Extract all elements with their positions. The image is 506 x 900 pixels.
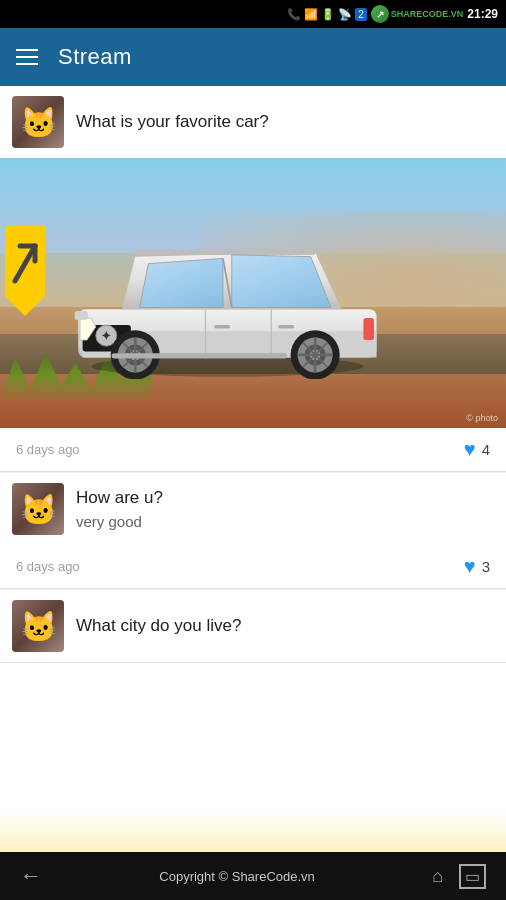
post-image: ✦ [0, 158, 506, 428]
avatar [12, 96, 64, 148]
menu-button[interactable] [16, 49, 38, 65]
bottom-nav: ← Copyright © ShareCode.vn ⌂ ▭ [0, 852, 506, 900]
content-area: What is your favorite car? [0, 86, 506, 852]
status-time: 21:29 [467, 7, 498, 21]
copyright-text: Copyright © ShareCode.vn [159, 869, 315, 884]
heart-icon: ♥ [464, 555, 476, 578]
post-header: How are u? very good [0, 473, 506, 545]
svg-rect-7 [136, 250, 316, 255]
post-time: 6 days ago [16, 559, 80, 574]
car-scene: ✦ [0, 158, 506, 428]
wifi-icon: 📶 [304, 8, 318, 21]
post-content: very good [76, 509, 163, 531]
sharecode-text: SHARECODE.VN [391, 9, 464, 19]
home-button[interactable]: ⌂ [432, 866, 443, 887]
post-header: What city do you live? [0, 590, 506, 662]
car-image: ✦ [25, 204, 430, 380]
svg-rect-17 [364, 318, 375, 340]
post-title: What city do you live? [76, 615, 241, 637]
app-header: Stream [0, 28, 506, 86]
sc-circle: ↗ [371, 5, 389, 23]
post-title: How are u? [76, 488, 163, 507]
post-footer: 6 days ago ♥ 3 [0, 545, 506, 588]
avatar [12, 600, 64, 652]
post-time: 6 days ago [16, 442, 80, 457]
status-icons: 📞 📶 🔋 📡 2 [287, 8, 367, 21]
signal-icon: 📡 [338, 8, 352, 21]
post-header-text: How are u? very good [76, 487, 163, 531]
arrow-sign [0, 226, 50, 316]
post-card: How are u? very good 6 days ago ♥ 3 [0, 472, 506, 589]
like-count: 4 [482, 441, 490, 458]
svg-rect-16 [279, 325, 295, 329]
back-button[interactable]: ← [20, 863, 42, 889]
svg-rect-12 [75, 311, 88, 320]
svg-marker-1 [5, 296, 45, 316]
call-icon: 📞 [287, 8, 301, 21]
recent-apps-button[interactable]: ▭ [459, 864, 486, 889]
avatar-image [12, 483, 64, 535]
post-header: What is your favorite car? [0, 86, 506, 158]
avatar-image [12, 600, 64, 652]
page-title: Stream [58, 44, 132, 70]
post-footer: 6 days ago ♥ 4 [0, 428, 506, 471]
heart-icon: ♥ [464, 438, 476, 461]
post-likes[interactable]: ♥ 3 [464, 555, 490, 578]
post-likes[interactable]: ♥ 4 [464, 438, 490, 461]
image-watermark: © photo [466, 413, 498, 423]
post-body: very good [76, 513, 142, 530]
avatar [12, 483, 64, 535]
status-bar: 📞 📶 🔋 📡 2 ↗ SHARECODE.VN 21:29 [0, 0, 506, 28]
sharecode-logo: ↗ SHARECODE.VN [371, 5, 464, 23]
post-title: What is your favorite car? [76, 111, 269, 133]
svg-rect-15 [215, 325, 231, 329]
post-card: What is your favorite car? [0, 86, 506, 472]
svg-rect-34 [112, 353, 288, 358]
sim-icon: 2 [355, 8, 367, 21]
battery-icon: 🔋 [321, 8, 335, 21]
svg-text:✦: ✦ [102, 329, 112, 343]
avatar-image [12, 96, 64, 148]
post-card: What city do you live? [0, 589, 506, 663]
nav-center: Copyright © ShareCode.vn [42, 869, 432, 884]
like-count: 3 [482, 558, 490, 575]
